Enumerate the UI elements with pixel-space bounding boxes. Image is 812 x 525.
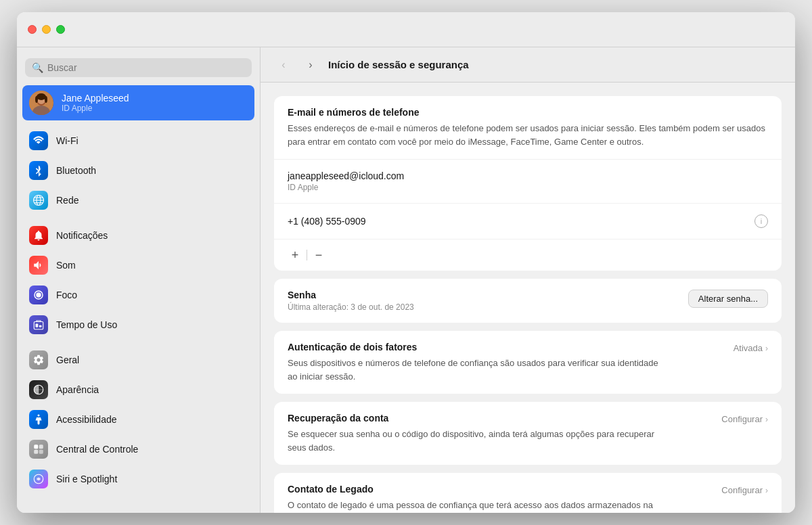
- sidebar-item-som[interactable]: Som: [22, 250, 254, 280]
- sidebar-item-bluetooth[interactable]: Bluetooth: [22, 156, 254, 185]
- legacy-action-label: Configurar: [721, 485, 763, 495]
- detail-title: Início de sessão e segurança: [328, 59, 469, 70]
- twofa-status-label: Ativada: [734, 343, 763, 353]
- email-phone-card: E-mail e números de telefone Esses ender…: [274, 96, 782, 271]
- app-window: 🔍: [17, 12, 795, 513]
- titlebar: [17, 12, 795, 47]
- sidebar-label-acessibilidade: Acessibilidade: [56, 414, 117, 425]
- wifi-icon: [29, 131, 48, 150]
- chevron-right-icon: ›: [765, 344, 768, 353]
- user-name: Jane Appleseed: [62, 93, 129, 104]
- central-icon: [29, 440, 48, 459]
- sidebar-item-siri[interactable]: Siri e Spotlight: [22, 464, 254, 494]
- sidebar-label-central: Central de Controle: [56, 444, 138, 455]
- bluetooth-icon: [29, 161, 48, 180]
- senha-info: Senha Última alteração: 3 de out. de 202…: [288, 290, 414, 312]
- legacy-title: Contato de Legado: [288, 484, 667, 495]
- geral-icon: [29, 350, 48, 369]
- add-remove-row: + −: [274, 239, 782, 271]
- email-section-desc: Esses endereços de e-mail e números de t…: [288, 122, 768, 148]
- email-section-header: E-mail e números de telefone Esses ender…: [274, 96, 782, 160]
- legacy-info: Contato de Legado O contato de legado é …: [288, 484, 667, 513]
- legacy-action[interactable]: Configurar ›: [721, 485, 768, 495]
- sidebar-item-tempo[interactable]: Tempo de Uso: [22, 310, 254, 340]
- sidebar-item-central[interactable]: Central de Controle: [22, 434, 254, 464]
- svg-point-4: [37, 93, 46, 100]
- sidebar-label-som: Som: [56, 260, 76, 271]
- chevron-right-icon: ›: [765, 486, 768, 495]
- recovery-action-label: Configurar: [721, 414, 763, 424]
- svg-rect-20: [39, 450, 43, 454]
- svg-rect-14: [39, 325, 42, 327]
- recovery-title: Recuperação da conta: [288, 413, 667, 424]
- detail-panel: ‹ › Início de sessão e segurança E-mail …: [261, 47, 795, 513]
- main-content: 🔍: [17, 47, 795, 513]
- sidebar-item-acessibilidade[interactable]: Acessibilidade: [22, 405, 254, 434]
- remove-button[interactable]: −: [309, 246, 329, 264]
- recovery-row[interactable]: Recuperação da conta Se esquecer sua sen…: [274, 402, 782, 465]
- traffic-lights: [28, 25, 65, 34]
- recovery-info: Recuperação da conta Se esquecer sua sen…: [288, 413, 667, 454]
- senha-date: Última alteração: 3 de out. de 2023: [288, 302, 414, 312]
- twofa-info: Autenticação de dois fatores Seus dispos…: [288, 342, 667, 383]
- avatar: [29, 91, 53, 115]
- chevron-right-icon: ›: [309, 59, 312, 71]
- sidebar-item-user[interactable]: Jane Appleseed ID Apple: [22, 85, 254, 120]
- detail-header: ‹ › Início de sessão e segurança: [261, 47, 795, 83]
- twofa-card: Autenticação de dois fatores Seus dispos…: [274, 331, 782, 394]
- search-input[interactable]: [47, 62, 245, 73]
- svg-point-16: [38, 415, 40, 417]
- sidebar-item-foco[interactable]: Foco: [22, 280, 254, 310]
- detail-content: E-mail e números de telefone Esses ender…: [261, 83, 795, 513]
- sidebar-item-notificacoes[interactable]: Notificações: [22, 221, 254, 250]
- search-icon: 🔍: [32, 62, 43, 73]
- info-icon[interactable]: i: [754, 214, 768, 228]
- sidebar-item-rede[interactable]: Rede: [22, 185, 254, 215]
- chevron-left-icon: ‹: [281, 59, 285, 71]
- som-icon: [29, 256, 48, 275]
- nav-back-button[interactable]: ‹: [274, 55, 293, 74]
- sidebar-item-geral[interactable]: Geral: [22, 345, 254, 375]
- chevron-right-icon: ›: [765, 415, 768, 424]
- legacy-row[interactable]: Contato de Legado O contato de legado é …: [274, 473, 782, 513]
- svg-point-6: [45, 96, 47, 103]
- aparencia-icon: [29, 380, 48, 399]
- sidebar-label-rede: Rede: [56, 195, 78, 206]
- svg-rect-12: [34, 322, 43, 329]
- sidebar-label-geral: Geral: [56, 355, 79, 365]
- tempo-icon: [29, 315, 48, 334]
- senha-card: Senha Última alteração: 3 de out. de 202…: [274, 279, 782, 323]
- phone-value: +1 (408) 555-0909: [288, 216, 366, 227]
- sidebar-label-wifi: Wi-Fi: [56, 135, 78, 146]
- svg-point-5: [35, 96, 38, 103]
- sidebar: 🔍: [17, 47, 261, 513]
- senha-title: Senha: [288, 290, 414, 300]
- sidebar-item-aparencia[interactable]: Aparência: [22, 375, 254, 405]
- add-button[interactable]: +: [285, 246, 305, 264]
- divider: [307, 250, 307, 260]
- rede-icon: [29, 191, 48, 210]
- close-button[interactable]: [28, 25, 37, 34]
- minimize-button[interactable]: [42, 25, 51, 34]
- sidebar-item-wifi[interactable]: Wi-Fi: [22, 126, 254, 156]
- user-sublabel: ID Apple: [62, 104, 129, 113]
- sidebar-label-bluetooth: Bluetooth: [56, 165, 96, 176]
- search-bar[interactable]: 🔍: [25, 58, 252, 77]
- svg-rect-17: [34, 444, 38, 449]
- alterar-senha-button[interactable]: Alterar senha...: [688, 290, 768, 308]
- nav-forward-button[interactable]: ›: [301, 55, 320, 74]
- recovery-card: Recuperação da conta Se esquecer sua sen…: [274, 402, 782, 465]
- svg-rect-13: [36, 324, 39, 327]
- twofa-row[interactable]: Autenticação de dois fatores Seus dispos…: [274, 331, 782, 394]
- user-text: Jane Appleseed ID Apple: [62, 93, 129, 113]
- recovery-action[interactable]: Configurar ›: [721, 414, 768, 424]
- twofa-title: Autenticação de dois fatores: [288, 342, 667, 352]
- maximize-button[interactable]: [56, 25, 65, 34]
- twofa-status[interactable]: Ativada ›: [734, 343, 768, 353]
- notificacoes-icon: [29, 226, 48, 245]
- acessibilidade-icon: [29, 410, 48, 429]
- phone-row: +1 (408) 555-0909 i: [274, 204, 782, 239]
- recovery-desc: Se esquecer sua senha ou o código do dis…: [288, 428, 667, 454]
- sidebar-label-siri: Siri e Spotlight: [56, 474, 117, 484]
- email-sublabel: ID Apple: [288, 183, 768, 192]
